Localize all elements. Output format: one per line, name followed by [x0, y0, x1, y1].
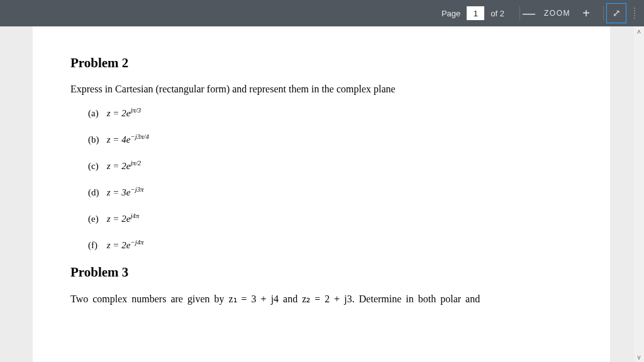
- item-equation: z = 2ejπ/3: [107, 108, 141, 118]
- list-item: (d) z = 3e−j3π: [88, 185, 572, 198]
- item-label: (d): [88, 187, 104, 198]
- problem-3-heading: Problem 3: [70, 265, 572, 280]
- fullscreen-button[interactable]: ⤢: [606, 3, 626, 23]
- page-label: Page: [441, 9, 460, 18]
- problem-3-prompt: Two complex numbers are given by z₁ = 3 …: [70, 293, 572, 305]
- scroll-up-icon[interactable]: ʌ: [637, 28, 641, 35]
- item-equation: z = 2e−j4π: [107, 240, 144, 250]
- zoom-in-button[interactable]: +: [580, 7, 592, 19]
- problem-2-list: (a) z = 2ejπ/3 (b) z = 4e−j3π/4 (c) z = …: [70, 106, 572, 251]
- list-item: (a) z = 2ejπ/3: [88, 106, 572, 119]
- list-item: (b) z = 4e−j3π/4: [88, 133, 572, 145]
- list-item: (e) z = 2ej4π: [88, 212, 572, 224]
- zoom-controls: — ZOOM +: [523, 7, 592, 19]
- zoom-out-button[interactable]: —: [523, 7, 534, 19]
- item-label: (a): [88, 108, 104, 119]
- scroll-down-icon[interactable]: v: [638, 354, 641, 361]
- item-label: (f): [88, 240, 104, 251]
- document-viewport: Problem 2 Express in Cartesian (rectangu…: [0, 26, 644, 362]
- problem-2-heading: Problem 2: [70, 55, 572, 71]
- list-item: (f) z = 2e−j4π: [88, 238, 572, 251]
- item-equation: z = 3e−j3π: [107, 187, 144, 197]
- page-number-input[interactable]: [467, 6, 484, 20]
- item-label: (b): [88, 134, 104, 145]
- item-equation: z = 4e−j3π/4: [107, 134, 149, 145]
- toolbar-separator: [519, 6, 520, 20]
- toolbar-drag-handle: [630, 8, 639, 19]
- page-navigator: Page of 2: [441, 6, 504, 20]
- document-page: Problem 2 Express in Cartesian (rectangu…: [33, 26, 610, 362]
- zoom-label: ZOOM: [544, 9, 570, 18]
- page-total: of 2: [491, 9, 504, 18]
- vertical-scrollbar[interactable]: ʌ v: [634, 26, 644, 362]
- expand-icon: ⤢: [613, 8, 621, 19]
- list-item: (c) z = 2ejπ/2: [88, 159, 572, 172]
- item-equation: z = 2ejπ/2: [107, 161, 141, 171]
- toolbar-separator: [603, 6, 604, 20]
- item-label: (e): [88, 214, 104, 224]
- problem-2-prompt: Express in Cartesian (rectangular form) …: [70, 84, 572, 95]
- pdf-toolbar: Page of 2 — ZOOM + ⤢: [0, 0, 644, 26]
- item-label: (c): [88, 161, 104, 172]
- item-equation: z = 2ej4π: [107, 214, 139, 224]
